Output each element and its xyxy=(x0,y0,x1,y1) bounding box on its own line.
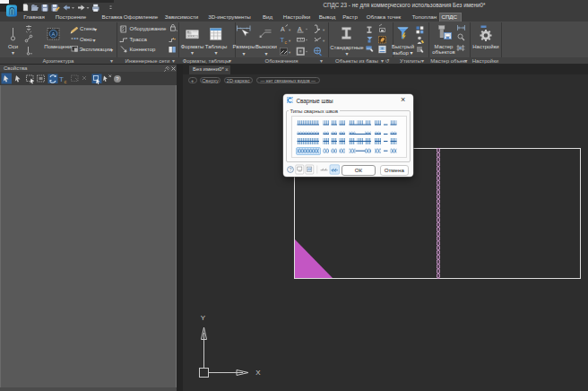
svg-text:▾: ▾ xyxy=(289,28,291,32)
svg-text:A: A xyxy=(298,26,302,32)
svg-text:T: T xyxy=(59,75,64,83)
svg-text:Y: Y xyxy=(201,314,206,322)
svg-text:▾: ▾ xyxy=(289,50,291,55)
svg-text:с: с xyxy=(285,39,288,45)
svg-text:X: X xyxy=(255,369,261,377)
svg-text:A: A xyxy=(281,26,285,32)
svg-text:▾: ▾ xyxy=(289,39,291,43)
svg-text:▾: ▾ xyxy=(323,28,325,32)
svg-text:с: с xyxy=(65,79,67,84)
svg-text:?: ? xyxy=(289,167,291,172)
svg-text:A: A xyxy=(52,31,56,37)
svg-text:▾: ▾ xyxy=(323,39,325,43)
